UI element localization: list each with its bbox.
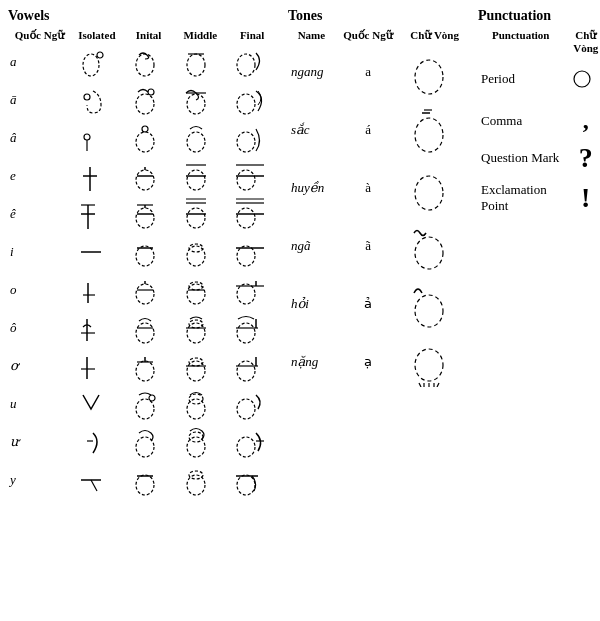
svg-point-59: [237, 284, 255, 304]
vowel-row-a: a: [8, 43, 278, 81]
glyph-o-isolated: [71, 271, 123, 309]
vowel-row-a-macron: ā: [8, 81, 278, 119]
vowel-label: ư: [8, 423, 71, 461]
tone-glyph: [401, 101, 468, 159]
svg-point-98: [187, 475, 205, 495]
svg-point-107: [415, 237, 443, 269]
glyph-y-middle: [174, 461, 226, 499]
glyph-e2-middle: [174, 195, 226, 233]
punct-symbol: !: [564, 178, 600, 218]
svg-point-92: [237, 437, 255, 457]
glyph-i-initial: [123, 233, 175, 271]
tone-quocngu: á: [335, 101, 401, 159]
svg-point-86: [189, 394, 203, 404]
svg-point-45: [136, 246, 154, 266]
glyph-o2-initial: [123, 309, 175, 347]
glyph-u-initial: [123, 385, 175, 423]
glyph-e2-final: [226, 195, 278, 233]
glyph-u-isolated: [71, 385, 123, 423]
vowels-table: Quốc Ngữ Isolated Inital Middle Final a: [8, 28, 278, 499]
tone-name: ngang: [288, 43, 335, 101]
punct-name: Period: [478, 55, 564, 103]
punct-name: Comma: [478, 103, 564, 138]
tones-title: Tones: [288, 8, 468, 24]
punctuation-title: Punctuation: [478, 8, 600, 24]
svg-point-84: [149, 395, 155, 401]
glyph-o2-isolated: [71, 309, 123, 347]
tone-quocngu: ạ: [335, 333, 401, 391]
punct-name: Question Mark: [478, 138, 564, 178]
glyph-e-final: [226, 157, 278, 195]
svg-point-64: [136, 323, 154, 343]
tones-table: Name Quốc Ngữ Chữ Vòng ngang a: [288, 28, 468, 391]
svg-point-109: [415, 349, 443, 381]
tone-name: hỏi: [288, 275, 335, 333]
tone-row-nga: ngã ã: [288, 217, 468, 275]
svg-point-40: [237, 208, 255, 228]
tones-body: ngang a sắc á: [288, 43, 468, 391]
glyph-e-middle: [174, 157, 226, 195]
col-header-final: Final: [226, 28, 278, 43]
svg-point-96: [136, 475, 154, 495]
svg-line-114: [437, 383, 439, 387]
svg-point-53: [136, 284, 154, 304]
svg-point-2: [136, 54, 154, 76]
vowel-label: ā: [8, 81, 71, 119]
glyph-y-initial: [123, 461, 175, 499]
punctuation-section: Punctuation Punctuation Chữ Vòng Period: [468, 8, 600, 218]
glyph-a2-final: [226, 81, 278, 119]
vowel-label: â: [8, 119, 71, 157]
svg-point-49: [237, 246, 255, 266]
vowel-label: ê: [8, 195, 71, 233]
tone-name: huyền: [288, 159, 335, 217]
svg-point-100: [237, 475, 255, 495]
col-header-quoc-ngu: Quốc Ngữ: [8, 28, 71, 43]
glyph-y-isolated: [71, 461, 123, 499]
svg-point-74: [136, 361, 154, 381]
svg-point-8: [148, 89, 154, 95]
col-header-isolated: Isolated: [71, 28, 123, 43]
vowel-row-u-horn: ư: [8, 423, 278, 461]
punct-col-name: Punctuation: [478, 28, 564, 55]
tone-row-huyen: huyền à: [288, 159, 468, 217]
vowel-row-u: u: [8, 385, 278, 423]
glyph-a2-isolated: [71, 81, 123, 119]
glyph-o3-isolated: [71, 347, 123, 385]
svg-point-11: [237, 94, 255, 114]
vowel-row-o-circ: ô: [8, 309, 278, 347]
tone-row-hoi: hỏi ả: [288, 275, 468, 333]
svg-point-20: [136, 170, 154, 190]
glyph-o3-initial: [123, 347, 175, 385]
vowel-label: a: [8, 43, 71, 81]
glyph-o-initial: [123, 271, 175, 309]
punct-row-period: Period: [478, 55, 600, 103]
vowel-label: ô: [8, 309, 71, 347]
tone-row-sac: sắc á: [288, 101, 468, 159]
punct-symbol: [564, 55, 600, 103]
svg-point-0: [83, 54, 99, 76]
svg-line-110: [419, 383, 421, 387]
punct-symbol: ?: [564, 138, 600, 178]
svg-point-6: [84, 94, 90, 100]
svg-point-83: [136, 399, 154, 419]
vowel-row-i: i: [8, 233, 278, 271]
glyph-u-middle: [174, 385, 226, 423]
svg-point-103: [415, 118, 443, 152]
tone-glyph: [401, 217, 468, 275]
svg-point-36: [187, 208, 205, 228]
svg-point-69: [237, 323, 255, 343]
glyph-u2-final: [226, 423, 278, 461]
glyph-o3-final: [226, 347, 278, 385]
glyph-o2-middle: [174, 309, 226, 347]
glyph-a2-initial: [123, 81, 175, 119]
tones-col-name: Name: [288, 28, 335, 43]
svg-point-106: [415, 176, 443, 210]
glyph-a-isolated: [71, 43, 123, 81]
svg-point-23: [187, 170, 205, 190]
glyph-u-final: [226, 385, 278, 423]
vowels-body: a: [8, 43, 278, 499]
svg-point-26: [237, 170, 255, 190]
svg-point-99: [189, 471, 203, 479]
punct-symbol: ,: [564, 103, 600, 138]
glyph-a3-initial: [123, 119, 175, 157]
